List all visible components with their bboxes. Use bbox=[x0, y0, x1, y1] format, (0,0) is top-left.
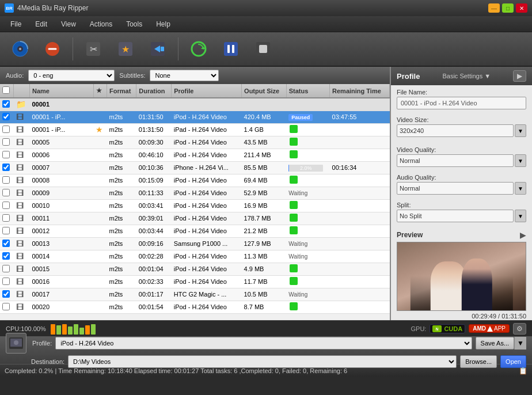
profile-bottom-select[interactable]: iPod - H.264 Video bbox=[55, 337, 472, 350]
video-size-dropdown-btn[interactable]: ▼ bbox=[515, 124, 526, 137]
row-checkbox[interactable] bbox=[2, 164, 10, 171]
row-checkbox[interactable] bbox=[2, 265, 10, 272]
file-icon: 🎞 bbox=[16, 126, 24, 134]
table-row[interactable]: 🎞00012m2ts00:03:44iPod - H.264 Video21.2… bbox=[0, 225, 390, 237]
table-row[interactable]: 🎞00008m2ts00:15:09iPod - H.264 Video69.4… bbox=[0, 174, 390, 187]
menubar: File Edit View Actions Tools Help bbox=[0, 16, 532, 32]
row-checkbox[interactable] bbox=[2, 189, 10, 196]
table-row[interactable]: 🎞00011m2ts00:39:01iPod - H.264 Video178.… bbox=[0, 212, 390, 225]
main-content: Audio: 0 - eng Subtitles: None Name ★ Fo… bbox=[0, 67, 532, 320]
col-format[interactable]: Format bbox=[107, 84, 136, 98]
select-all-checkbox[interactable] bbox=[2, 86, 10, 94]
add-file-button[interactable] bbox=[6, 35, 35, 63]
remove-button[interactable] bbox=[38, 35, 67, 63]
menu-actions[interactable]: Actions bbox=[83, 18, 119, 31]
audio-quality-select[interactable]: Normal bbox=[397, 182, 514, 195]
star-cell bbox=[93, 111, 107, 123]
row-checkbox[interactable] bbox=[2, 151, 10, 158]
table-row[interactable]: 🎞00013m2ts00:09:16Samsung P1000 ...127.9… bbox=[0, 237, 390, 250]
video-size-section: Video Size: 320x240 ▼ bbox=[391, 113, 532, 140]
row-checkbox[interactable] bbox=[2, 252, 10, 260]
file-icon: 🎞 bbox=[16, 176, 24, 185]
row-checkbox[interactable] bbox=[2, 278, 10, 285]
stop-button[interactable] bbox=[249, 35, 278, 63]
row-checkbox[interactable] bbox=[2, 227, 10, 234]
table-row[interactable]: 🎞00005m2ts00:09:30iPod - H.264 Video43.5… bbox=[0, 136, 390, 149]
gpu-label: GPU: bbox=[411, 325, 427, 332]
status-paused: Paused bbox=[288, 114, 313, 121]
svg-rect-15 bbox=[227, 45, 230, 53]
effect-button[interactable]: ★ bbox=[111, 35, 140, 63]
subtitles-select[interactable]: None bbox=[150, 70, 219, 81]
convert-button[interactable] bbox=[184, 35, 213, 63]
profile-bottom-label: Profile: bbox=[32, 340, 52, 347]
profile-cell: iPod - H.264 Video bbox=[172, 111, 242, 123]
row-checkbox[interactable] bbox=[2, 113, 10, 120]
convert-icon bbox=[189, 40, 208, 58]
video-placeholder bbox=[397, 242, 526, 310]
row-checkbox[interactable] bbox=[2, 214, 10, 222]
file-name-input[interactable] bbox=[397, 97, 526, 109]
open-button[interactable]: Open bbox=[500, 355, 526, 368]
col-name[interactable]: Name bbox=[30, 84, 94, 98]
table-row[interactable]: 🎞00010m2ts00:03:41iPod - H.264 Video16.9… bbox=[0, 199, 390, 212]
row-checkbox[interactable] bbox=[2, 138, 10, 146]
video-size-select[interactable]: 320x240 bbox=[397, 124, 514, 137]
table-row[interactable]: 🎞00015m2ts00:01:04iPod - H.264 Video4.9 … bbox=[0, 263, 390, 275]
col-profile[interactable]: Profile bbox=[172, 84, 242, 98]
table-row[interactable]: 🎞00009m2ts00:11:33iPod - H.264 Video52.9… bbox=[0, 187, 390, 199]
audio-quality-dropdown-btn[interactable]: ▼ bbox=[515, 182, 526, 195]
clip-button[interactable]: ✂ bbox=[79, 35, 108, 63]
file-icon: 🎞 bbox=[16, 278, 24, 286]
expand-profile-button[interactable]: ▶ bbox=[513, 70, 526, 82]
split-dropdown-btn[interactable]: ▼ bbox=[515, 210, 526, 222]
menu-tools[interactable]: Tools bbox=[119, 18, 149, 31]
table-row[interactable]: 📁 00001 bbox=[0, 98, 390, 111]
menu-edit[interactable]: Edit bbox=[28, 18, 54, 31]
row-checkbox[interactable] bbox=[2, 240, 10, 247]
minimize-button[interactable]: — bbox=[488, 3, 500, 13]
row-checkbox[interactable] bbox=[2, 303, 10, 310]
destination-select[interactable]: D:\My Videos bbox=[68, 355, 457, 368]
table-row[interactable]: 🎞00014m2ts00:02:28iPod - H.264 Video11.3… bbox=[0, 250, 390, 263]
toolbar-separator-2 bbox=[178, 37, 178, 60]
save-as-group: Save As... ▼ bbox=[476, 337, 526, 350]
menu-view[interactable]: View bbox=[54, 18, 83, 31]
table-row[interactable]: 🎞00006m2ts00:46:10iPod - H.264 Video211.… bbox=[0, 149, 390, 161]
col-output-size[interactable]: Output Size bbox=[242, 84, 287, 98]
save-as-arrow-button[interactable]: ▼ bbox=[514, 337, 526, 350]
row-checkbox[interactable] bbox=[2, 290, 10, 298]
close-button[interactable]: ✕ bbox=[516, 3, 527, 13]
save-as-button[interactable]: Save As... bbox=[476, 337, 515, 350]
row-checkbox[interactable] bbox=[2, 176, 10, 184]
basic-settings-link[interactable]: Basic Settings ▼ bbox=[442, 73, 491, 79]
add-to-list-button[interactable] bbox=[143, 35, 172, 63]
video-quality-dropdown-btn[interactable]: ▼ bbox=[515, 154, 526, 167]
row-checkbox[interactable] bbox=[2, 100, 10, 108]
col-duration[interactable]: Duration bbox=[136, 84, 172, 98]
preview-expand-button[interactable]: ▶ bbox=[520, 230, 526, 240]
table-row[interactable]: 🎞00020m2ts00:01:54iPod - H.264 Video8.7 … bbox=[0, 301, 390, 313]
menu-help[interactable]: Help bbox=[149, 18, 177, 31]
col-status[interactable]: Status bbox=[286, 84, 329, 98]
cuda-label: CUDA bbox=[444, 325, 462, 332]
log-icon[interactable]: 📋 bbox=[519, 367, 527, 375]
split-select[interactable]: No Split bbox=[397, 210, 514, 222]
table-row[interactable]: 🎞 00001 - iP... ★ m2ts01:31:50iPad - H.2… bbox=[0, 123, 390, 136]
audio-quality-label: Audio Quality: bbox=[397, 174, 526, 181]
row-checkbox[interactable] bbox=[2, 126, 10, 133]
row-checkbox[interactable] bbox=[2, 202, 10, 209]
video-quality-select[interactable]: Normal bbox=[397, 154, 514, 167]
audio-select[interactable]: 0 - eng bbox=[28, 70, 115, 81]
menu-file[interactable]: File bbox=[3, 18, 28, 31]
maximize-button[interactable]: □ bbox=[502, 3, 514, 13]
pause-button[interactable] bbox=[216, 35, 245, 63]
table-row[interactable]: 🎞 00001 - iP... m2ts 01:31:50 iPod - H.2… bbox=[0, 111, 390, 123]
col-remaining[interactable]: Remaining Time bbox=[330, 84, 390, 98]
video-quality-label: Video Quality: bbox=[397, 146, 526, 153]
table-row[interactable]: 🎞00016m2ts00:02:33iPod - H.264 Video11.7… bbox=[0, 275, 390, 288]
video-quality-row: Normal ▼ bbox=[397, 154, 526, 167]
browse-button[interactable]: Browse... bbox=[460, 355, 497, 368]
table-row[interactable]: 🎞 00007m2ts00:10:36iPhone - H.264 Vi...8… bbox=[0, 161, 390, 174]
table-row[interactable]: 🎞00017m2ts00:01:17HTC G2 Magic - ...10.5… bbox=[0, 288, 390, 301]
